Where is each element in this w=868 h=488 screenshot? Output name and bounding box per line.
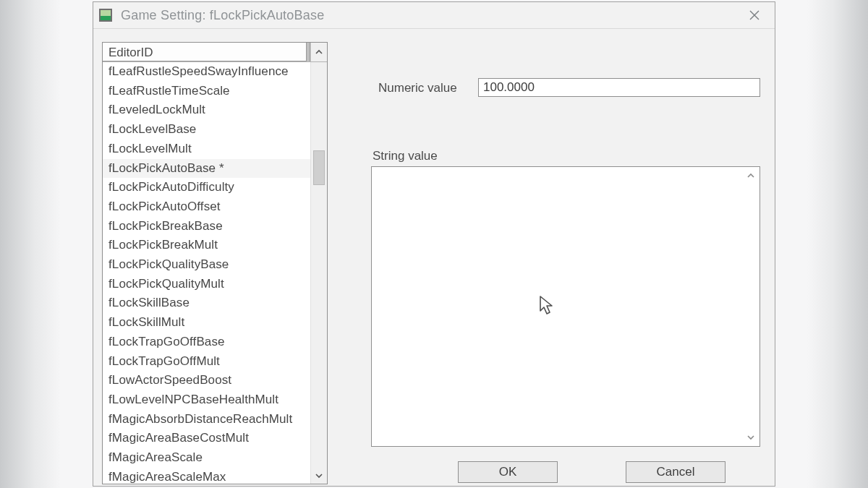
list-item[interactable]: fLeafRustleTimeScale <box>103 82 310 101</box>
close-button[interactable] <box>739 5 770 25</box>
close-icon <box>749 10 760 20</box>
list-item[interactable]: fLowLevelNPCBaseHealthMult <box>103 390 310 410</box>
list-item[interactable]: fLockSkillMult <box>103 313 310 333</box>
scrollbar-thumb[interactable] <box>313 150 325 185</box>
window-title: Game Setting: fLockPickAutoBase <box>121 8 739 23</box>
list-item[interactable]: fLockSkillBase <box>103 294 310 313</box>
ok-button[interactable]: OK <box>458 461 558 483</box>
list-item[interactable]: fLockPickAutoOffset <box>103 197 310 217</box>
scroll-up-button[interactable] <box>310 43 327 61</box>
list-item[interactable]: fLockLevelBase <box>103 120 310 140</box>
cancel-button[interactable]: Cancel <box>626 461 726 483</box>
list-item[interactable]: fMagicAreaScale <box>103 448 310 468</box>
list-item[interactable]: fLockPickAutoBase * <box>103 159 310 179</box>
list-item[interactable]: fLeveledLockMult <box>103 100 310 120</box>
app-icon <box>99 9 112 22</box>
string-value-label: String value <box>373 149 438 163</box>
numeric-value-label: Numeric value <box>378 81 457 95</box>
numeric-value-input[interactable] <box>478 78 760 97</box>
title-bar[interactable]: Game Setting: fLockPickAutoBase <box>93 2 775 29</box>
scroll-down-button[interactable] <box>311 468 327 484</box>
list-item[interactable]: fLeafRustleSpeedSwayInfluence <box>103 62 310 82</box>
list-item[interactable]: fMagicAbsorbDistanceReachMult <box>103 410 310 429</box>
textarea-scroll-up[interactable] <box>744 168 758 183</box>
textarea-scroll-down[interactable] <box>744 430 758 445</box>
list-item[interactable]: fLockLevelMult <box>103 140 310 159</box>
list-header-row: EditorID <box>103 43 327 62</box>
list-item[interactable]: fLockPickQualityBase <box>103 255 310 275</box>
list-item[interactable]: fLockTrapGoOffMult <box>103 352 310 372</box>
list-item[interactable]: fMagicAreaScaleMax <box>103 468 310 484</box>
chevron-down-icon <box>746 433 755 442</box>
string-value-textarea[interactable] <box>371 166 760 447</box>
scrollbar-track[interactable] <box>310 62 327 484</box>
editor-id-list: EditorID fLeafRustleSpeedSwayInfluencefL… <box>102 42 328 484</box>
chevron-down-icon <box>315 472 323 479</box>
list-item[interactable]: fLowActorSpeedBoost <box>103 371 310 390</box>
desktop-background: Game Setting: fLockPickAutoBase EditorID <box>0 0 868 488</box>
dialog-client-area: EditorID fLeafRustleSpeedSwayInfluencefL… <box>93 29 775 487</box>
list-item[interactable]: fLockPickBreakMult <box>103 236 310 255</box>
list-items-container[interactable]: fLeafRustleSpeedSwayInfluencefLeafRustle… <box>103 62 310 484</box>
list-item[interactable]: fMagicAreaBaseCostMult <box>103 429 310 448</box>
list-body: fLeafRustleSpeedSwayInfluencefLeafRustle… <box>103 62 327 484</box>
list-item[interactable]: fLockPickBreakBase <box>103 217 310 236</box>
chevron-up-icon <box>746 171 755 180</box>
list-item[interactable]: fLockPickQualityMult <box>103 275 310 294</box>
column-header-editor-id[interactable]: EditorID <box>103 43 307 61</box>
list-item[interactable]: fLockTrapGoOffBase <box>103 333 310 352</box>
chevron-up-icon <box>315 48 323 56</box>
list-item[interactable]: fLockPickAutoDifficulty <box>103 178 310 197</box>
game-setting-dialog: Game Setting: fLockPickAutoBase EditorID <box>93 1 775 487</box>
